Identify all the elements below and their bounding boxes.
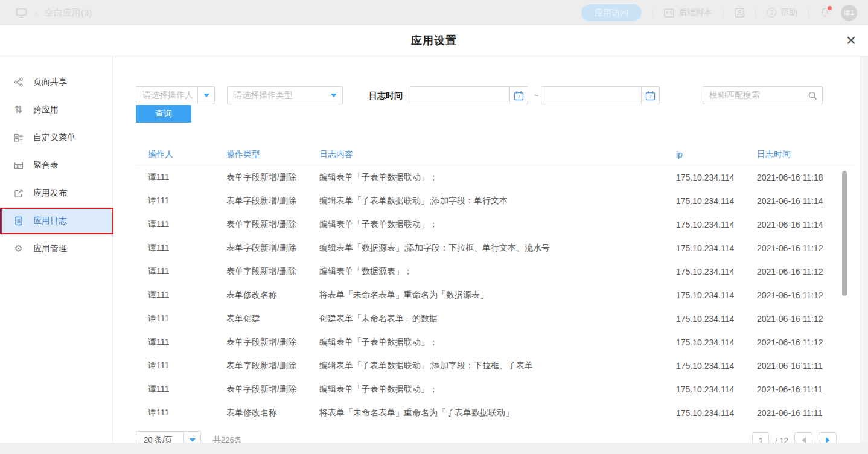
cell-operator: 谭111 <box>148 243 226 254</box>
log-panel: 请选择操作人 请选择操作类型 日志时间 7 ~ 7 模糊匹配搜索 <box>113 56 868 454</box>
table-row: 谭111 表单字段新增/删除 编辑表单「子表单数据联动」;添加字段：下拉框、子表… <box>136 354 855 377</box>
sidebar-item-label: 页面共享 <box>33 77 67 88</box>
sidebar-item-label: 自定义菜单 <box>33 132 75 143</box>
cell-ip: 175.10.234.114 <box>676 314 757 324</box>
contacts-button[interactable] <box>735 8 744 18</box>
search-placeholder: 模糊匹配搜索 <box>703 90 803 101</box>
table-row: 谭111 表单字段新增/删除 编辑表单「数据源表」;添加字段：下拉框、单行文本、… <box>136 236 855 260</box>
selected-indicator <box>0 208 2 234</box>
query-button[interactable]: 查询 <box>136 105 191 123</box>
notification-bell-button[interactable] <box>820 7 830 18</box>
cell-log-content: 编辑表单「子表单数据联动」;添加字段：单行文本 <box>319 196 676 206</box>
table-row: 谭111 表单修改名称 将表单「未命名表单」重命名为「数据源表」 175.10.… <box>136 283 855 307</box>
cell-ip: 175.10.234.114 <box>676 408 757 418</box>
divider <box>653 8 653 18</box>
operator-select[interactable]: 请选择操作人 <box>136 86 215 104</box>
cell-operator: 谭111 <box>148 408 226 418</box>
cell-ip: 175.10.234.114 <box>676 220 757 229</box>
cell-log-time: 2021-06-16 11:11 <box>757 408 855 418</box>
custom-menu-icon <box>13 133 24 143</box>
col-log-content: 日志内容 <box>319 149 676 160</box>
chevron-down-icon <box>331 94 337 97</box>
help-button[interactable]: ? 帮助 <box>767 7 797 18</box>
app-access-button[interactable]: 应用访问 <box>581 4 642 21</box>
sidebar-item-aggregate-table[interactable]: 聚合表 <box>0 152 112 179</box>
start-date-input[interactable]: 7 <box>410 86 528 104</box>
table-row: 谭111 表单字段新增/删除 编辑表单「子表单数据联动」； 175.10.234… <box>136 377 855 401</box>
user-avatar[interactable]: 谭1 <box>841 5 857 21</box>
chevron-down-icon <box>190 438 196 442</box>
sidebar-item-app-publish[interactable]: 应用发布 <box>0 179 112 207</box>
sidebar-item-app-manage[interactable]: ⚙ 应用管理 <box>0 235 112 263</box>
cell-operation-type: 表单创建 <box>226 313 319 324</box>
sidebar-item-app-log[interactable]: 应用日志 <box>0 207 112 235</box>
sidebar-item-label: 应用发布 <box>33 188 67 199</box>
svg-text:7: 7 <box>649 94 652 100</box>
cell-log-time: 2021-06-16 11:12 <box>757 243 855 253</box>
operation-type-select[interactable]: 请选择操作类型 <box>227 86 343 104</box>
cell-operation-type: 表单字段新增/删除 <box>226 243 319 254</box>
divider <box>723 8 724 18</box>
operation-type-placeholder: 请选择操作类型 <box>228 90 325 101</box>
divider <box>755 8 756 18</box>
cell-operation-type: 表单字段新增/删除 <box>226 337 319 348</box>
search-icon[interactable] <box>803 91 822 101</box>
question-icon: ? <box>767 8 776 18</box>
close-icon[interactable]: × <box>846 32 856 49</box>
cell-log-content: 编辑表单「子表单数据联动」； <box>319 384 676 395</box>
sidebar-item-cross-app[interactable]: ⇅ 跨应用 <box>0 96 112 124</box>
cell-operation-type: 表单字段新增/删除 <box>226 266 319 277</box>
col-operator: 操作人 <box>148 149 226 160</box>
end-date-input[interactable]: 7 <box>541 86 660 104</box>
help-label: 帮助 <box>780 7 797 18</box>
sidebar-item-label: 应用管理 <box>33 243 67 254</box>
table-body: 谭111 表单字段新增/删除 编辑表单「子表单数据联动」； 175.10.234… <box>136 165 855 424</box>
app-title: 空白应用(3) <box>45 7 92 19</box>
cell-log-content: 编辑表单「子表单数据联动」;添加字段：下拉框、子表单 <box>319 360 676 371</box>
contacts-icon <box>735 8 744 18</box>
notification-dot <box>828 6 832 10</box>
cell-operation-type: 表单字段新增/删除 <box>226 196 319 206</box>
cell-log-content: 创建表单「未命名表单」的数据 <box>319 313 676 324</box>
page-title: 应用设置 <box>411 33 457 48</box>
table-scrollbar[interactable] <box>842 171 847 296</box>
calendar-icon[interactable]: 7 <box>509 87 528 104</box>
publish-icon <box>13 188 24 199</box>
gear-icon: ⚙ <box>13 244 24 254</box>
col-operation-type: 操作类型 <box>226 149 319 160</box>
aggregate-table-icon <box>13 161 24 171</box>
app-settings-page: › 空白应用(3) 应用访问 后端脚本 ? 帮助 <box>0 0 868 454</box>
cell-ip: 175.10.234.114 <box>676 337 757 347</box>
sidebar-item-label: 聚合表 <box>33 160 59 171</box>
cell-operation-type: 表单修改名称 <box>226 408 319 418</box>
topbar: › 空白应用(3) 应用访问 后端脚本 ? 帮助 <box>0 0 868 25</box>
calendar-icon[interactable]: 7 <box>641 87 659 104</box>
sidebar-item-page-share[interactable]: 页面共享 <box>0 68 112 96</box>
table-row: 谭111 表单字段新增/删除 编辑表单「子表单数据联动」;添加字段：单行文本 1… <box>136 189 855 213</box>
cell-ip: 175.10.234.114 <box>676 196 757 206</box>
chevron-right-icon: › <box>34 8 37 18</box>
cell-operator: 谭111 <box>148 290 226 301</box>
table-row: 谭111 表单字段新增/删除 编辑表单「数据源表」； 175.10.234.11… <box>136 260 855 283</box>
fuzzy-search-input[interactable]: 模糊匹配搜索 <box>703 86 823 104</box>
cell-operator: 谭111 <box>148 219 226 230</box>
cell-operator: 谭111 <box>148 266 226 277</box>
topbar-breadcrumb: › 空白应用(3) <box>0 7 92 19</box>
cell-log-time: 2021-06-16 11:11 <box>757 361 855 371</box>
cell-log-time: 2021-06-16 11:11 <box>757 385 855 394</box>
backend-script-button[interactable]: 后端脚本 <box>664 7 712 18</box>
cell-log-time: 2021-06-16 11:14 <box>757 220 855 229</box>
cell-operator: 谭111 <box>148 360 226 371</box>
cell-operator: 谭111 <box>148 313 226 324</box>
backend-script-label: 后端脚本 <box>678 7 712 18</box>
settings-sidebar: 页面共享 ⇅ 跨应用 自定义菜单 聚合表 应用发布 <box>0 56 113 454</box>
sidebar-item-custom-menu[interactable]: 自定义菜单 <box>0 124 112 152</box>
cell-operator: 谭111 <box>148 337 226 348</box>
col-ip: ip <box>676 150 757 159</box>
cell-log-content: 编辑表单「数据源表」； <box>319 266 676 277</box>
cell-operator: 谭111 <box>148 196 226 206</box>
table-row: 谭111 表单字段新增/删除 编辑表单「子表单数据联动」； 175.10.234… <box>136 165 855 189</box>
cell-log-content: 编辑表单「数据源表」;添加字段：下拉框、单行文本、流水号 <box>319 243 676 254</box>
code-icon <box>664 8 674 18</box>
table-row: 谭111 表单创建 创建表单「未命名表单」的数据 175.10.234.114 … <box>136 307 855 330</box>
